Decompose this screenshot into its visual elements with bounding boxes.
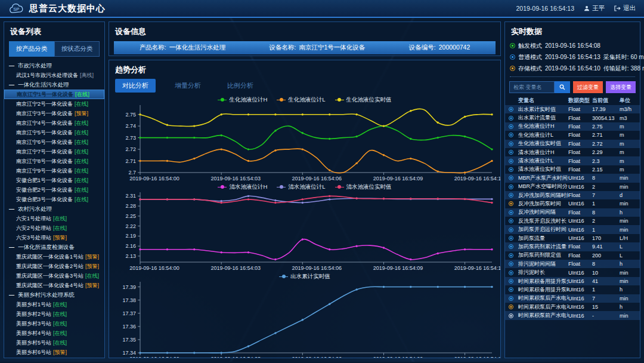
tree-group[interactable]: —农村污水处理 bbox=[4, 204, 104, 214]
device-id-value: 200000742 bbox=[439, 44, 470, 52]
variable-row[interactable]: 反冲洗加药泵时间UInt161min bbox=[505, 199, 640, 208]
variable-status-icon bbox=[509, 236, 513, 241]
device-item[interactable]: 六安3号处理站[预警] bbox=[4, 233, 104, 242]
collapse-icon[interactable]: — bbox=[9, 244, 14, 251]
device-item[interactable]: 美丽乡村1号站[在线] bbox=[4, 300, 104, 309]
variable-status-icon bbox=[509, 116, 513, 121]
tab-by-status[interactable]: 按状态分类 bbox=[54, 41, 100, 57]
variable-row[interactable]: 时间累积泵前产水电动阀分UInt16-min bbox=[505, 311, 640, 319]
variable-row[interactable]: 生化池液位计LFloat2.71m bbox=[505, 131, 640, 139]
device-item[interactable]: 安徽合肥3号一体化设备[在线] bbox=[4, 195, 104, 204]
select-variable-button[interactable]: 选择变量 bbox=[606, 81, 636, 93]
tab-increment-analysis[interactable]: 增量分析 bbox=[168, 79, 208, 93]
device-item[interactable]: 南京江宁9号一体化设备[在线] bbox=[4, 166, 104, 176]
device-item[interactable]: 南京江宁5号一体化设备[在线] bbox=[4, 128, 104, 137]
device-item[interactable]: 安徽合肥1号一体化设备[在线] bbox=[4, 176, 104, 185]
variable-status-icon bbox=[509, 262, 513, 266]
variable-row[interactable]: 清水池液位计HFloat2.29m bbox=[505, 148, 640, 156]
device-item[interactable]: 重庆武隆区一体化设备4号站[预警] bbox=[4, 281, 104, 290]
variable-row[interactable]: 出水累计流量值Float30054.13m3 bbox=[505, 113, 640, 122]
current-value: 30054.13 bbox=[592, 115, 620, 121]
tree-group[interactable]: —一体化所温度检测设备 bbox=[4, 242, 104, 252]
variable-name: MBR产水空曝时间分 bbox=[518, 183, 568, 190]
tab-compare-analysis[interactable]: 对比分析 bbox=[115, 79, 156, 93]
filter-variable-button[interactable]: 过滤变量 bbox=[573, 81, 603, 93]
legend-item[interactable]: 生化池液位计L bbox=[277, 96, 325, 104]
legend-item[interactable]: 清水池液位实时值 bbox=[335, 183, 392, 191]
legend-item[interactable]: 生化池液位计H bbox=[218, 96, 267, 104]
collapse-icon[interactable]: — bbox=[9, 81, 14, 88]
variable-row[interactable]: 加药泵药剂限定值Float200L bbox=[505, 251, 640, 260]
variable-name: 清水池液位计L bbox=[518, 157, 568, 165]
variable-row[interactable]: 生化池液位实时值Float2.72m bbox=[505, 140, 640, 148]
device-item[interactable]: 美丽乡村5号站[在线] bbox=[4, 338, 104, 347]
variable-row[interactable]: 反冲洗时间间隔Float8h bbox=[505, 208, 640, 217]
unit: m bbox=[620, 158, 636, 164]
svg-text:2019-09-16 16:54:06: 2019-09-16 16:54:06 bbox=[292, 356, 342, 358]
device-item[interactable]: 南京江宁4号一体化设备[在线] bbox=[4, 118, 104, 128]
trigger-mode-row: 触发模式 2019-09-16 16:54:08 bbox=[510, 40, 635, 51]
group-label: 市政污水处理 bbox=[18, 62, 52, 69]
tab-ratio-analysis[interactable]: 比例分析 bbox=[220, 79, 261, 93]
device-item[interactable]: 重庆武隆区一体化设备1号站[预警] bbox=[4, 252, 104, 262]
legend-item[interactable]: 清水池液位计H bbox=[218, 183, 267, 191]
device-item[interactable]: 南京江宁8号一体化设备[在线] bbox=[4, 156, 104, 166]
variable-row[interactable]: 时间累积备用提升泵分UInt1641min bbox=[505, 277, 640, 285]
tree-group[interactable]: —美丽乡村污水处理系统 bbox=[4, 290, 104, 300]
device-item[interactable]: 美丽乡村4号站[在线] bbox=[4, 328, 104, 338]
logout-button[interactable]: 退出 bbox=[614, 4, 636, 13]
collapse-icon[interactable]: — bbox=[9, 291, 14, 299]
tab-by-product[interactable]: 按产品分类 bbox=[9, 41, 54, 57]
device-item[interactable]: 南京江宁1号一体化设备[在线] bbox=[4, 90, 104, 99]
device-item[interactable]: 南京江宁7号一体化设备[在线] bbox=[4, 147, 104, 156]
variable-row[interactable]: 加药泵药剂累计流量Float9.41L bbox=[505, 242, 640, 251]
device-item[interactable]: 美丽乡村2号站[在线] bbox=[4, 309, 104, 319]
legend-item[interactable]: 出水累计实时值 bbox=[279, 273, 330, 281]
tree-group[interactable]: —一体化生活污水处理 bbox=[4, 80, 104, 90]
svg-text:2.31: 2.31 bbox=[125, 193, 136, 199]
variable-row[interactable]: 生化池液位计HFloat2.75m bbox=[505, 122, 640, 131]
variable-row[interactable]: MBR产水空曝时间分UInt162min bbox=[505, 183, 640, 191]
variable-row[interactable]: 清水池液位实时值Float2.15m bbox=[505, 165, 640, 174]
variable-row[interactable]: 时间累积泵后产水电动阀分UInt167min bbox=[505, 294, 640, 303]
collapse-icon[interactable]: — bbox=[9, 205, 14, 213]
variable-row[interactable]: 排污泥时长UInt1610min bbox=[505, 268, 640, 276]
tree-group[interactable]: —市政污水处理 bbox=[4, 61, 104, 70]
device-item[interactable]: 南京江宁3号一体化设备[预警] bbox=[4, 109, 104, 118]
data-type: UInt16 bbox=[568, 313, 592, 319]
variable-search-input[interactable] bbox=[509, 81, 555, 93]
variable-row[interactable]: 反洗泵开启反洗时长UInt162min bbox=[505, 217, 640, 225]
device-item[interactable]: 六安1号处理站[在线] bbox=[4, 214, 104, 223]
device-item[interactable]: 美丽乡村3号站[在线] bbox=[4, 319, 104, 328]
variable-row[interactable]: 出水累计实时值Float17.39m3/h bbox=[505, 105, 640, 113]
data-type: Float bbox=[568, 149, 592, 155]
device-item[interactable]: 南京江宁2号一体化设备[在线] bbox=[4, 99, 104, 109]
device-item[interactable]: 美丽乡村6号站[预警] bbox=[4, 347, 104, 357]
status-tag: [在线] bbox=[53, 340, 67, 346]
legend-item[interactable]: 清水池液位计L bbox=[277, 183, 325, 191]
device-item[interactable]: 安徽合肥2号一体化设备[在线] bbox=[4, 185, 104, 195]
device-item[interactable]: 重庆武隆区一体化设备3号站[在线] bbox=[4, 271, 104, 281]
variable-row[interactable]: 反冲洗加药泵间隔时间Float7d bbox=[505, 191, 640, 199]
variable-row[interactable]: 时间累积泵后产水电动阀时UInt1615h bbox=[505, 303, 640, 311]
device-item[interactable]: 武汉1号市政污水处理设备[离线] bbox=[4, 70, 104, 80]
variable-row[interactable]: 时间累积备用提升泵时UInt161h bbox=[505, 285, 640, 294]
legend-item[interactable]: 生化池液位实时值 bbox=[335, 96, 392, 104]
collapse-icon[interactable]: — bbox=[9, 62, 14, 69]
col-current-value: 当前值 bbox=[592, 97, 620, 104]
data-type: Float bbox=[568, 132, 592, 138]
user-menu[interactable]: 王平 bbox=[584, 4, 605, 13]
search-button[interactable] bbox=[555, 81, 570, 93]
variable-row[interactable]: MBR产水泵产水时间分UInt168min bbox=[505, 174, 640, 182]
device-item[interactable]: 重庆武隆区一体化设备2号站[预警] bbox=[4, 262, 104, 271]
current-value: 1 bbox=[592, 201, 620, 207]
variable-row[interactable]: 加药泵开启运行时间UInt161min bbox=[505, 225, 640, 233]
device-item[interactable]: 南京江宁6号一体化设备[在线] bbox=[4, 137, 104, 147]
variable-row[interactable]: 加药泵流量UInt16170L/H bbox=[505, 234, 640, 242]
chart-plot: 17.3417.3517.3617.3717.3817.392019-09-16… bbox=[113, 281, 497, 358]
svg-text:2.19: 2.19 bbox=[125, 233, 136, 239]
device-item[interactable]: 六安2号处理站[在线] bbox=[4, 223, 104, 233]
logout-icon bbox=[614, 5, 621, 11]
variable-row[interactable]: 清水池液位计LFloat2.3m bbox=[505, 156, 640, 165]
variable-row[interactable]: 排污泥时间间隔Float8h bbox=[505, 260, 640, 268]
